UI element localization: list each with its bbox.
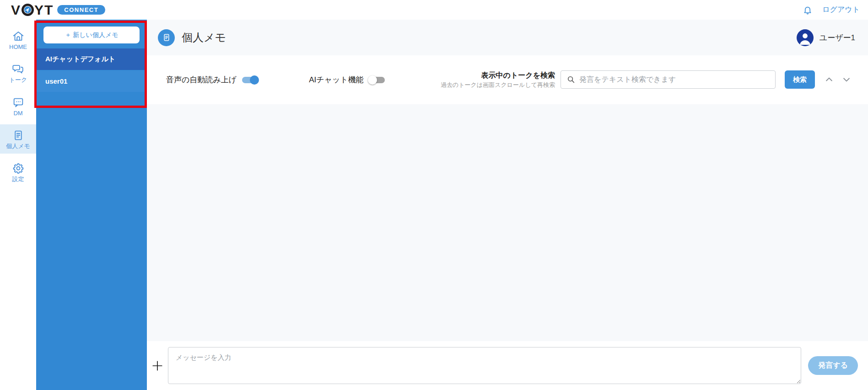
logo-wordmark: V YT [11,3,54,17]
sidebar-rail: HOME トーク [0,20,36,390]
search-button[interactable]: 検索 [785,70,815,89]
memo-list-item-ai-default[interactable]: AIチャットデフォルト [36,48,147,70]
talk-search-area: 表示中のトークを検索 過去のトークは画面スクロールして再検索 検索 [441,70,852,89]
sidebar-item-memo[interactable]: 個人メモ [0,124,36,154]
chevron-down-icon[interactable] [841,75,852,85]
top-header: V YT CONNECT ログアウト [0,0,868,20]
gear-icon [12,162,25,175]
sidebar-item-talk[interactable]: トーク [0,58,36,87]
compass-o-icon [22,4,34,16]
logout-link[interactable]: ログアウト [822,5,860,15]
bell-icon[interactable] [802,5,813,16]
memo-icon [12,129,25,142]
search-caption: 表示中のトークを検索 過去のトークは画面スクロールして再検索 [441,70,555,89]
sidebar-item-dm[interactable]: DM [0,91,36,121]
search-caption-title: 表示中のトークを検索 [441,70,555,80]
search-nav-buttons [824,75,852,85]
new-memo-button[interactable]: ＋ 新しい個人メモ [43,27,140,43]
page-title: 個人メモ [182,30,226,45]
chevron-up-icon[interactable] [824,75,834,85]
connect-badge: CONNECT [57,5,105,15]
send-button[interactable]: 発言する [808,356,858,375]
ai-chat-label: AIチャット機能 [309,75,364,85]
memo-list-item-user01[interactable]: user01 [36,70,147,92]
talk-icon [12,63,25,75]
sidebar-item-label: 設定 [12,176,24,182]
voice-readout-toggle[interactable] [242,77,258,83]
voice-readout-label: 音声の自動読み上げ [166,75,237,85]
sidebar-item-label: トーク [9,77,27,83]
chat-message-area [147,104,868,341]
attach-plus-icon[interactable] [151,359,164,373]
search-icon [566,75,576,84]
sidebar-item-settings[interactable]: 設定 [0,157,36,187]
body-row: HOME トーク [0,20,868,390]
toolbar: 音声の自動読み上げ AIチャット機能 表示中のトークを検索 過去のトークは画面ス… [147,55,868,104]
memo-circle-icon [158,29,175,46]
sidebar-item-label: HOME [9,44,27,50]
ai-chat-toggle[interactable] [369,77,385,83]
message-composer: 発言する [147,341,868,390]
user-badge[interactable]: ユーザー1 [797,29,855,46]
search-box [561,70,776,89]
topbar-actions: ログアウト [802,5,860,16]
home-icon [12,30,25,43]
search-input[interactable] [579,75,770,84]
message-input[interactable] [168,347,801,384]
sidebar-item-label: 個人メモ [6,143,30,150]
sidebar-item-home[interactable]: HOME [0,25,36,54]
main-header: 個人メモ ユーザー1 [147,20,868,55]
sidebar-item-label: DM [13,110,22,117]
voice-readout-setting: 音声の自動読み上げ [166,75,258,85]
logo-letters-yt: YT [34,3,54,17]
ai-chat-setting: AIチャット機能 [309,75,385,85]
memo-list-panel: ＋ 新しい個人メモ AIチャットデフォルト user01 [36,20,147,390]
app-logo: V YT CONNECT [11,3,105,17]
user-name: ユーザー1 [819,32,855,43]
search-caption-subtitle: 過去のトークは画面スクロールして再検索 [441,81,555,89]
user-avatar-icon [797,29,814,46]
main-content: 個人メモ ユーザー1 音声の自動読み上げ [147,20,868,390]
app-window: V YT CONNECT ログアウト [0,0,868,390]
logo-letter-v: V [11,3,21,17]
dm-icon [12,96,25,109]
